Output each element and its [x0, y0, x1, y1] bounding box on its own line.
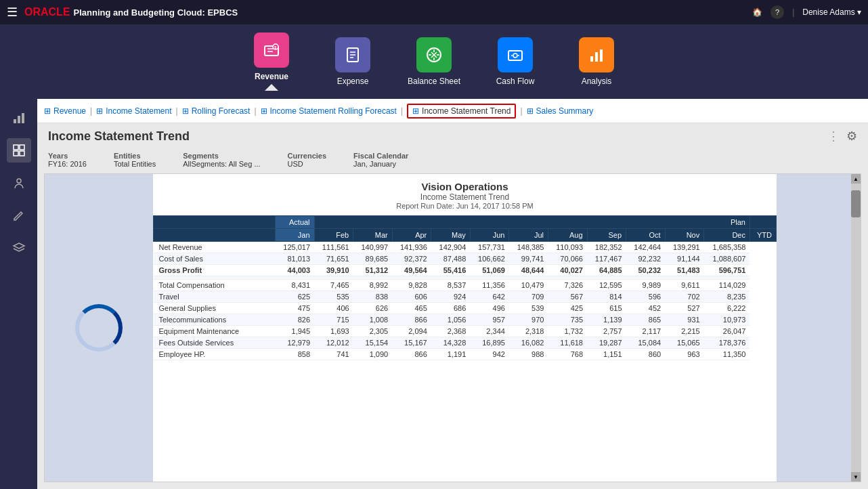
cell-4-5: 11,356 — [470, 280, 509, 291]
cell-2-0: 44,003 — [276, 265, 315, 276]
income-rolling-icon: ⊞ — [261, 106, 267, 116]
cell-0-4: 142,904 — [431, 242, 471, 253]
income-stmt-icon: ⊞ — [96, 106, 103, 116]
nav-expense[interactable]: Expense — [326, 37, 380, 86]
cell-9-0: 12,979 — [276, 337, 315, 349]
cell-10-6: 988 — [509, 349, 548, 360]
rolling-forecast-label[interactable]: Rolling Forecast — [192, 106, 251, 116]
income-stmt-label[interactable]: Income Statement — [106, 106, 171, 116]
cell-10-9: 860 — [626, 349, 666, 360]
cell-10-3: 866 — [392, 349, 431, 360]
scroll-up-arrow[interactable]: ▲ — [851, 174, 861, 184]
svg-rect-10 — [14, 119, 16, 123]
sales-summary-label[interactable]: Sales Summary — [536, 106, 594, 116]
cell-1-9: 92,232 — [626, 253, 666, 265]
cell-6-2: 626 — [353, 303, 393, 314]
nav-icons-bar: $ Revenue Expense Balance Sheet — [0, 24, 868, 99]
income-trend-label[interactable]: Income Statement Trend — [422, 106, 511, 116]
cell-8-1: 1,693 — [314, 326, 353, 337]
cell-9-4: 14,328 — [431, 337, 471, 349]
segments-filter-value[interactable]: AllSegments: All Seg ... — [183, 160, 260, 168]
sidebar-grid[interactable] — [7, 138, 31, 163]
scroll-down-arrow[interactable]: ▼ — [851, 472, 861, 482]
cell-9-5: 16,895 — [470, 337, 509, 349]
cell-0-5: 157,731 — [470, 242, 509, 253]
app-title: Planning and Budgeting Cloud: EPBCS — [74, 7, 238, 18]
svg-rect-12 — [22, 113, 24, 123]
cell-6-4: 686 — [431, 303, 471, 314]
cell-2-8: 64,885 — [587, 265, 626, 276]
breadcrumb-revenue[interactable]: ⊞ Revenue — [44, 106, 86, 116]
col-dec: Dec — [704, 229, 750, 242]
cell-10-11: 11,350 — [704, 349, 750, 360]
scroll-thumb[interactable] — [851, 190, 861, 217]
cell-6-8: 615 — [587, 303, 626, 314]
breadcrumb-sales-summary[interactable]: ⊞ Sales Summary — [527, 106, 594, 116]
svg-rect-16 — [20, 151, 24, 156]
help-icon[interactable]: ? — [771, 5, 784, 19]
breadcrumb-income-trend[interactable]: ⊞ Income Statement Trend — [407, 104, 516, 119]
nav-balance-sheet[interactable]: Balance Sheet — [407, 37, 461, 86]
breadcrumb-rolling-forecast[interactable]: ⊞ Rolling Forecast — [182, 106, 251, 116]
vertical-scrollbar[interactable]: ▲ ▼ — [851, 174, 861, 482]
cell-8-2: 2,305 — [353, 326, 393, 337]
cell-7-11: 10,973 — [704, 314, 750, 326]
cell-2-9: 50,232 — [626, 265, 666, 276]
nav-analysis[interactable]: Analysis — [569, 37, 624, 86]
user-name[interactable]: Denise Adams ▾ — [802, 7, 861, 17]
menu-hamburger[interactable]: ☰ — [7, 5, 18, 20]
cell-2-11: 596,751 — [704, 265, 750, 276]
cell-8-4: 2,368 — [431, 326, 471, 337]
svg-rect-5 — [508, 51, 522, 60]
sidebar-pencil[interactable] — [7, 203, 31, 228]
col-header-label — [154, 216, 276, 229]
income-rolling-label[interactable]: Income Statement Rolling Forecast — [270, 106, 397, 116]
sidebar-layers[interactable] — [7, 236, 31, 260]
nav-cash-flow[interactable]: Cash Flow — [488, 37, 542, 86]
cell-9-8: 19,287 — [587, 337, 626, 349]
cell-4-9: 9,989 — [626, 280, 666, 291]
revenue-breadcrumb-label[interactable]: Revenue — [53, 106, 86, 116]
cell-6-0: 475 — [276, 303, 315, 314]
cell-8-3: 2,094 — [392, 326, 431, 337]
cell-4-3: 9,828 — [392, 280, 431, 291]
more-options-icon[interactable]: ⋮ — [827, 129, 840, 144]
cell-7-10: 931 — [665, 314, 704, 326]
row-label-2: Gross Profit — [154, 265, 276, 276]
sidebar-people[interactable] — [7, 171, 31, 195]
settings-icon[interactable]: ⚙ — [846, 129, 857, 144]
cell-2-2: 51,312 — [353, 265, 393, 276]
col-sep: Sep — [587, 229, 626, 242]
nav-revenue[interactable]: $ Revenue — [244, 33, 299, 91]
breadcrumb-income-stmt[interactable]: ⊞ Income Statement — [96, 106, 171, 116]
row-label-8: Equipment Maintenance — [154, 326, 276, 337]
cell-1-11: 1,088,607 — [704, 253, 750, 265]
entities-filter-value[interactable]: Total Entities — [114, 160, 156, 168]
cash-flow-label: Cash Flow — [496, 77, 535, 86]
cell-4-6: 10,479 — [509, 280, 548, 291]
report-title: Vision Operations — [153, 181, 777, 192]
fiscal-filter-label: Fiscal Calendar — [353, 152, 408, 160]
cell-1-2: 89,685 — [353, 253, 393, 265]
cell-5-10: 702 — [665, 291, 704, 303]
right-stub — [777, 174, 851, 482]
sidebar-chart-bar[interactable] — [7, 106, 31, 130]
breadcrumb-bar: ⊞ Revenue | ⊞ Income Statement | ⊞ Rolli… — [37, 99, 868, 123]
years-filter-value[interactable]: FY16: 2016 — [48, 160, 87, 168]
svg-rect-13 — [14, 145, 18, 150]
breadcrumb-income-rolling[interactable]: ⊞ Income Statement Rolling Forecast — [261, 106, 397, 116]
row-label-10: Employee HP. — [154, 349, 276, 360]
rolling-forecast-icon: ⊞ — [182, 106, 189, 116]
home-icon[interactable]: 🏠 — [752, 7, 762, 17]
cell-9-10: 15,065 — [665, 337, 704, 349]
cell-7-5: 957 — [470, 314, 509, 326]
fiscal-filter-value[interactable]: Jan, January — [353, 160, 408, 168]
cell-9-7: 11,618 — [548, 337, 587, 349]
row-label-7: Telecommunications — [154, 314, 276, 326]
cell-4-0: 8,431 — [276, 280, 315, 291]
currencies-filter-value[interactable]: USD — [288, 160, 326, 168]
cell-4-10: 9,611 — [665, 280, 704, 291]
cell-10-5: 942 — [470, 349, 509, 360]
cell-8-11: 26,047 — [704, 326, 750, 337]
col-jul: Jul — [509, 229, 548, 242]
